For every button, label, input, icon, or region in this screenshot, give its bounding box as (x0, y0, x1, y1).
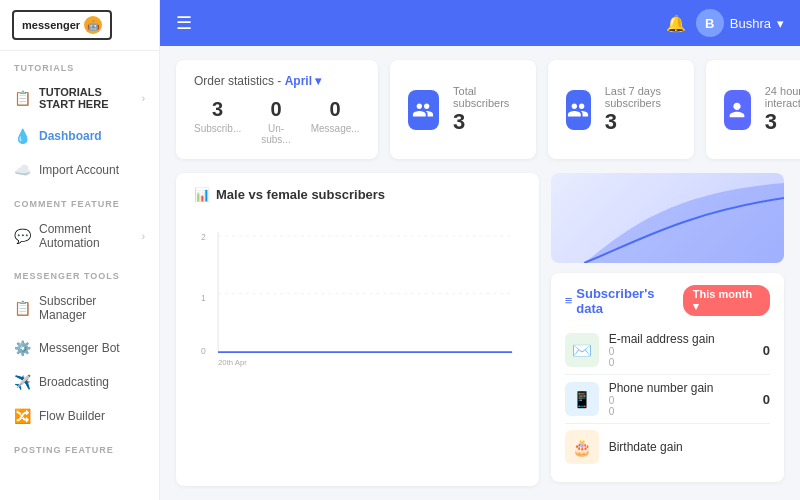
subscribers-data-header: ≡ Subscriber's data This month ▾ (565, 285, 770, 316)
total-subscribers-icon (408, 90, 439, 130)
import-icon: ☁️ (14, 162, 31, 178)
dashboard-label: Dashboard (39, 129, 102, 143)
sidebar-item-tutorials-start[interactable]: 📋 TUTORIALS START HERE › (0, 77, 159, 119)
last7days-count: 3 (605, 109, 677, 135)
last7days-icon (566, 90, 591, 130)
birthdate-data-item: 🎂 Birthdate gain (565, 424, 770, 470)
bottom-row: 📊 Male vs female subscribers 2 1 0 (176, 173, 784, 486)
dashboard-icon: 💧 (14, 128, 31, 144)
birthdate-info: Birthdate gain (609, 440, 760, 454)
logo-area: messenger 🤖 (0, 0, 159, 51)
subscribers-data-card: ≡ Subscriber's data This month ▾ ✉️ E-ma… (551, 273, 784, 482)
svg-text:1: 1 (201, 293, 206, 303)
24hours-card: 24 hours interaction 3 (706, 60, 800, 159)
tutorials-icon: 📋 (14, 90, 31, 106)
stat-subscribers: 3 Subscrib... (194, 98, 241, 145)
sidebar-item-flow-builder[interactable]: 🔀 Flow Builder (0, 399, 159, 433)
email-count: 0 (763, 343, 770, 358)
flow-builder-label: Flow Builder (39, 409, 105, 423)
logo-text: messenger (22, 19, 80, 31)
phone-label: Phone number gain (609, 381, 753, 395)
messages-label: Message... (311, 123, 360, 134)
sidebar: messenger 🤖 TUTORIALS 📋 TUTORIALS START … (0, 0, 160, 500)
email-label: E-mail address gain (609, 332, 753, 346)
24hours-info: 24 hours interaction 3 (765, 85, 800, 135)
this-month-badge[interactable]: This month ▾ (683, 285, 770, 316)
email-data-item: ✉️ E-mail address gain 00 0 (565, 326, 770, 375)
24hours-count: 3 (765, 109, 800, 135)
subscribers-label: Subscrib... (194, 123, 241, 134)
unsubscribers-count: 0 (261, 98, 290, 121)
broadcasting-icon: ✈️ (14, 374, 31, 390)
stat-unsubscribers: 0 Un-subs... (261, 98, 290, 145)
last7days-info: Last 7 days subscribers 3 (605, 85, 677, 135)
email-values: 00 (609, 346, 753, 368)
messages-count: 0 (311, 98, 360, 121)
right-panel: ≡ Subscriber's data This month ▾ ✉️ E-ma… (551, 173, 784, 486)
chart-card: 📊 Male vs female subscribers 2 1 0 (176, 173, 539, 486)
stats-row: Order statistics - April ▾ 3 Subscrib...… (176, 60, 784, 159)
broadcasting-label: Broadcasting (39, 375, 109, 389)
topbar: ☰ 🔔 B Bushra ▾ (160, 0, 800, 46)
24hours-label: 24 hours interaction (765, 85, 800, 109)
stat-messages: 0 Message... (311, 98, 360, 145)
curve-card (551, 173, 784, 263)
sidebar-item-broadcasting[interactable]: ✈️ Broadcasting (0, 365, 159, 399)
email-icon: ✉️ (565, 333, 599, 367)
messenger-bot-icon: ⚙️ (14, 340, 31, 356)
section-label-messenger: MESSENGER TOOLS (0, 259, 159, 285)
24hours-icon (724, 90, 751, 130)
phone-values: 00 (609, 395, 753, 417)
dropdown-arrow-icon: ▾ (777, 16, 784, 31)
birthdate-label: Birthdate gain (609, 440, 760, 454)
svg-text:0: 0 (201, 346, 206, 356)
subscribers-data-icon: ≡ (565, 293, 573, 308)
comment-label: Comment Automation (39, 222, 134, 250)
order-stats-numbers: 3 Subscrib... 0 Un-subs... 0 Message... (194, 98, 360, 145)
svg-text:2: 2 (201, 232, 206, 242)
comment-icon: 💬 (14, 228, 31, 244)
user-menu[interactable]: B Bushra ▾ (696, 9, 784, 37)
sidebar-item-dashboard[interactable]: 💧 Dashboard (0, 119, 159, 153)
hamburger-icon[interactable]: ☰ (176, 12, 192, 34)
avatar: B (696, 9, 724, 37)
chart-title: 📊 Male vs female subscribers (194, 187, 521, 202)
order-stats-title: Order statistics - April ▾ (194, 74, 360, 88)
phone-icon: 📱 (565, 382, 599, 416)
subscribers-count: 3 (194, 98, 241, 121)
last7days-label: Last 7 days subscribers (605, 85, 677, 109)
subscribers-data-label: Subscriber's data (576, 286, 683, 316)
section-label-comment: COMMENT FEATURE (0, 187, 159, 213)
subscribers-data-title: ≡ Subscriber's data (565, 286, 683, 316)
month-label[interactable]: April ▾ (285, 74, 322, 88)
phone-count: 0 (763, 392, 770, 407)
section-label-posting: POSTING FEATURE (0, 433, 159, 459)
svg-text:20th Apr: 20th Apr (218, 358, 247, 367)
subscriber-manager-icon: 📋 (14, 300, 31, 316)
curve-svg (584, 173, 784, 263)
email-info: E-mail address gain 00 (609, 332, 753, 368)
chart-area: 2 1 0 20th Apr (194, 212, 521, 372)
notification-bell-icon[interactable]: 🔔 (666, 14, 686, 33)
sidebar-item-import-account[interactable]: ☁️ Import Account (0, 153, 159, 187)
logo-bot-icon: 🤖 (84, 16, 102, 34)
total-subscribers-card: Total subscribers 3 (390, 60, 536, 159)
subscriber-manager-label: Subscriber Manager (39, 294, 145, 322)
tutorials-label: TUTORIALS START HERE (39, 86, 134, 110)
unsubscribers-label: Un-subs... (261, 123, 290, 145)
import-label: Import Account (39, 163, 119, 177)
content-area: Order statistics - April ▾ 3 Subscrib...… (160, 46, 800, 500)
phone-info: Phone number gain 00 (609, 381, 753, 417)
chart-svg: 2 1 0 20th Apr (194, 212, 521, 372)
birthdate-icon: 🎂 (565, 430, 599, 464)
total-subscribers-info: Total subscribers 3 (453, 85, 518, 135)
sidebar-item-messenger-bot[interactable]: ⚙️ Messenger Bot (0, 331, 159, 365)
flow-builder-icon: 🔀 (14, 408, 31, 424)
phone-data-item: 📱 Phone number gain 00 0 (565, 375, 770, 424)
sidebar-item-comment-automation[interactable]: 💬 Comment Automation › (0, 213, 159, 259)
logo-box: messenger 🤖 (12, 10, 112, 40)
total-subscribers-count: 3 (453, 109, 518, 135)
messenger-bot-label: Messenger Bot (39, 341, 120, 355)
sidebar-item-subscriber-manager[interactable]: 📋 Subscriber Manager (0, 285, 159, 331)
chevron-icon: › (142, 231, 145, 242)
